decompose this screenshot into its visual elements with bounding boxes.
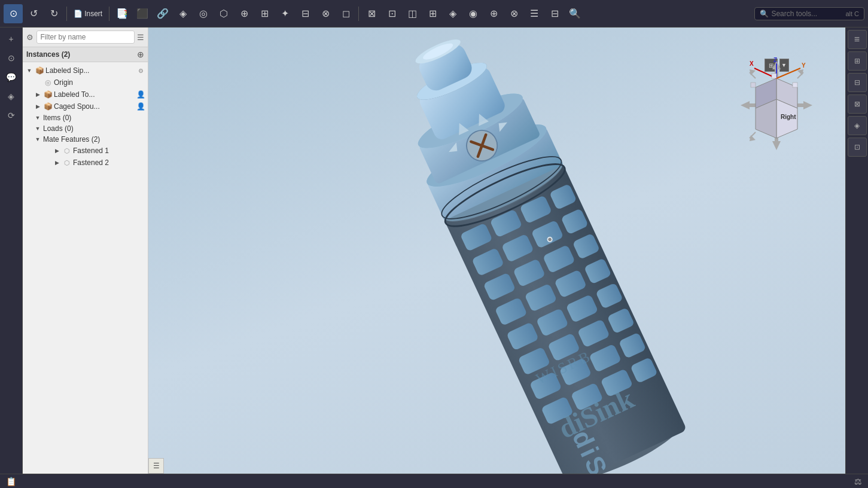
assembly-icon-3: 📦	[43, 102, 53, 111]
fastened-2-label: Fastened 2	[73, 158, 145, 167]
search-box: 🔍 alt C	[754, 7, 864, 20]
svg-rect-84	[793, 83, 797, 87]
list-view-icon[interactable]: ☰	[137, 31, 145, 43]
separator-1	[66, 7, 67, 21]
left-panel: ⚙ ☰ Instances (2) ⊕ ▼ 📦 Labeled Sip... ⚙…	[23, 28, 148, 474]
chevron-items[interactable]: ▼	[33, 114, 42, 122]
tool-7[interactable]: ⊕	[234, 4, 254, 23]
tool-18[interactable]: ◉	[464, 4, 483, 23]
tree-node-origin[interactable]: ▶ ◎ Origin	[23, 77, 148, 89]
status-bar: 📋 ⚖	[0, 474, 868, 488]
instances-label: Instances (2)	[26, 50, 70, 59]
chevron-labeled-to[interactable]: ▶	[33, 90, 42, 99]
tree-node-loads[interactable]: ▼ Loads (0)	[23, 123, 148, 134]
tool-6[interactable]: ⬡	[214, 4, 233, 23]
viewport[interactable]: diSink	[148, 28, 845, 474]
tree-node-mate-features[interactable]: ▼ Mate Features (2)	[23, 134, 148, 145]
chevron-fastened-2[interactable]: ▶	[53, 158, 61, 167]
tool-16[interactable]: ⊞	[423, 4, 442, 23]
tool-19[interactable]: ⊕	[484, 4, 503, 23]
loads-label: Loads (0)	[43, 124, 145, 133]
3d-view-button[interactable]: ◈	[848, 116, 867, 135]
tool-3[interactable]: 🔗	[153, 4, 172, 23]
tool-21[interactable]: ☰	[525, 4, 544, 23]
tool-23[interactable]: 🔍	[565, 4, 584, 23]
rail-filter-button[interactable]: ⊙	[2, 49, 20, 67]
rail-comment-button[interactable]: 💬	[2, 68, 20, 86]
user-icon-1[interactable]: 👤	[136, 90, 145, 99]
home-button[interactable]: ⊙	[4, 4, 23, 23]
toolbar: ⊙ ↺ ↻ 📄 Insert 📑 ⬛ 🔗 ◈ ◎ ⬡ ⊕ ⊞ ✦ ⊟ ⊗ ◻ ⊠…	[0, 0, 868, 28]
tool-13[interactable]: ⊠	[362, 4, 381, 23]
settings-icon[interactable]: ⚙	[136, 66, 145, 75]
svg-text:X: X	[750, 60, 754, 67]
tool-2[interactable]: ⬛	[133, 4, 152, 23]
tree-node-labeled-sip[interactable]: ▼ 📦 Labeled Sip... ⚙	[23, 65, 148, 77]
tree-node-fastened-2[interactable]: ▶ ⬡ Fastened 2	[23, 157, 148, 169]
rail-add-button[interactable]: +	[2, 30, 20, 48]
nav-cube[interactable]: Right Z Y X ⊞ ▼	[738, 57, 815, 156]
undo-button[interactable]: ↺	[24, 4, 43, 23]
panel-toggle-icon: ☰	[153, 462, 160, 470]
insert-button[interactable]: 📄 Insert	[70, 4, 106, 23]
svg-marker-60	[772, 141, 781, 150]
tree-area: ▼ 📦 Labeled Sip... ⚙ ▶ ◎ Origin ▶ 📦 Labe…	[23, 62, 148, 474]
svg-marker-67	[750, 69, 756, 75]
rail-parts-button[interactable]: ◈	[2, 87, 20, 105]
chevron-caged-spou[interactable]: ▶	[33, 102, 42, 111]
search-icon: 🔍	[760, 10, 769, 18]
tree-node-fastened-1[interactable]: ▶ ⬡ Fastened 1	[23, 145, 148, 157]
separator-2	[109, 7, 109, 21]
origin-label: Origin	[54, 78, 145, 87]
tree-node-labeled-to[interactable]: ▶ 📦 Labeled To... 👤	[23, 89, 148, 100]
search-input[interactable]	[771, 10, 843, 18]
svg-text:Y: Y	[802, 62, 806, 69]
view-toggle-button-3[interactable]: ⊠	[848, 94, 867, 114]
fastened-icon-2: ⬡	[62, 158, 72, 167]
properties-panel-button[interactable]: ≡	[848, 30, 867, 49]
tree-node-caged-spou[interactable]: ▶ 📦 Caged Spou... 👤	[23, 100, 148, 112]
filter-icon[interactable]: ⚙	[26, 31, 34, 43]
tool-12[interactable]: ◻	[336, 4, 355, 23]
nav-cube-svg: Right Z Y X	[738, 57, 815, 156]
tree-node-items[interactable]: ▼ Items (0)	[23, 112, 148, 123]
status-icon-2[interactable]: ⚖	[854, 477, 862, 486]
tool-8[interactable]: ⊞	[255, 4, 274, 23]
tool-4[interactable]: ◈	[173, 4, 193, 23]
tool-14[interactable]: ⊡	[382, 4, 401, 23]
tool-10[interactable]: ⊟	[296, 4, 315, 23]
rail-history-button[interactable]: ⟳	[2, 106, 20, 124]
user-icon-2[interactable]: 👤	[136, 102, 145, 111]
chevron-labeled-sip[interactable]: ▼	[25, 66, 33, 75]
labeled-sip-label: Labeled Sip...	[45, 66, 135, 75]
tool-22[interactable]: ⊟	[545, 4, 564, 23]
right-panel: ≡ ⊞ ⊟ ⊠ ◈ ⊡	[845, 28, 868, 474]
assembly-icon: 📦	[35, 66, 44, 75]
extra-panel-button[interactable]: ⊡	[848, 138, 867, 157]
redo-button[interactable]: ↻	[44, 4, 63, 23]
chevron-mate-features[interactable]: ▼	[33, 135, 42, 144]
tool-15[interactable]: ◫	[403, 4, 422, 23]
filter-input[interactable]	[36, 30, 135, 44]
instances-action-icon[interactable]: ⊕	[137, 50, 144, 59]
svg-marker-71	[750, 135, 756, 141]
tool-17[interactable]: ◈	[443, 4, 462, 23]
tool-5[interactable]: ◎	[194, 4, 213, 23]
svg-rect-83	[772, 74, 776, 78]
tool-1[interactable]: 📑	[112, 4, 132, 23]
panel-toggle-button[interactable]: ☰	[148, 458, 164, 474]
tool-9[interactable]: ✦	[275, 4, 294, 23]
view-toggle-button-1[interactable]: ⊞	[848, 51, 867, 71]
status-icon-1[interactable]: 📋	[6, 477, 16, 486]
svg-text:Z: Z	[773, 57, 777, 63]
svg-text:Right: Right	[781, 114, 796, 120]
tool-11[interactable]: ⊗	[316, 4, 335, 23]
svg-marker-69	[797, 69, 803, 75]
chevron-loads[interactable]: ▼	[33, 124, 42, 133]
svg-marker-62	[741, 101, 750, 109]
fastened-1-label: Fastened 1	[73, 147, 145, 155]
chevron-fastened-1[interactable]: ▶	[53, 147, 61, 155]
svg-rect-85	[751, 83, 756, 87]
view-toggle-button-2[interactable]: ⊟	[848, 73, 867, 92]
tool-20[interactable]: ⊗	[504, 4, 523, 23]
